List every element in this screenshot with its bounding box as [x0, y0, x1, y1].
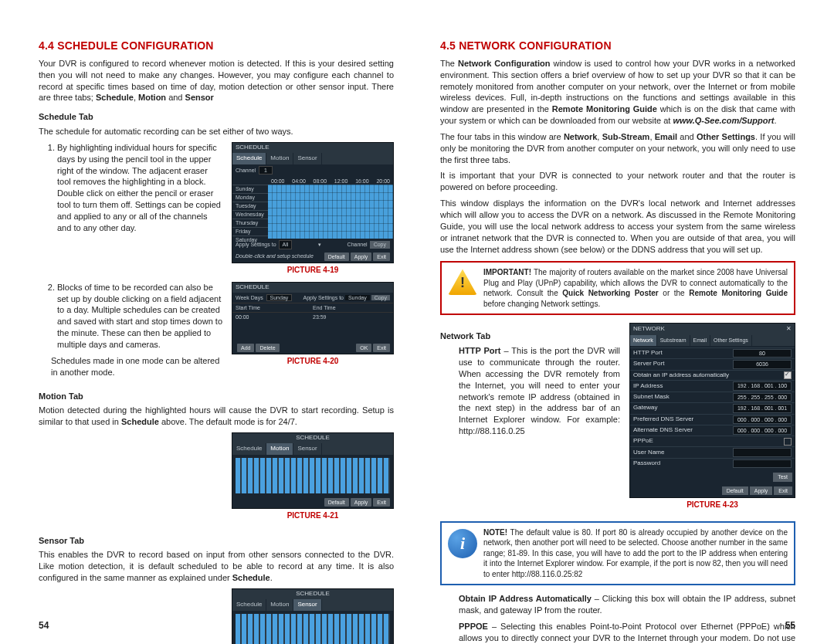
- screenshot-4-21: SCHEDULE Schedule Motion Sensor DefaultA…: [232, 432, 394, 509]
- network-p4: This window displays the information on …: [440, 198, 795, 255]
- page-number-right: 55: [785, 619, 795, 632]
- schedule-intro: The schedule for automatic recording can…: [39, 126, 394, 137]
- ss19-title: SCHEDULE: [232, 143, 393, 153]
- motion-tab-heading: Motion Tab: [39, 391, 394, 402]
- schedule-note: Schedules made in one mode can be altere…: [51, 355, 222, 378]
- schedule-item-1: By highlighting individual hours for spe…: [57, 142, 222, 234]
- motion-paragraph: Motion detected during the highlighted h…: [39, 405, 394, 428]
- intro-sensor: Sensor: [185, 93, 214, 102]
- important-callout: IMPORTANT! The majority of routers avail…: [440, 261, 795, 315]
- checkbox-icon: [784, 371, 792, 379]
- network-p1: The Network Configuration window is used…: [440, 58, 795, 127]
- intro-motion: Motion: [138, 93, 166, 102]
- caption-4-21: PICTURE 4-21: [232, 510, 394, 521]
- warning-icon: [448, 269, 477, 295]
- network-tab-heading: Network Tab: [440, 330, 620, 342]
- page-right: 4.5 NETWORK CONFIGURATION The Network Co…: [417, 0, 834, 644]
- section-heading-schedule: 4.4 SCHEDULE CONFIGURATION: [39, 39, 394, 53]
- screenshot-4-19: SCHEDULE Schedule Motion Sensor Channel …: [232, 142, 394, 263]
- intro-schedule: Schedule: [96, 93, 134, 102]
- note-callout: i NOTE! The default value is 80. If port…: [440, 521, 795, 586]
- schedule-item-2: Blocks of time to be recorded can also b…: [57, 282, 222, 351]
- intro-text: Your DVR is configured to record wheneve…: [39, 59, 394, 103]
- ss19-tab-sensor: Sensor: [293, 153, 321, 164]
- important-lead: IMPORTANT!: [483, 268, 531, 276]
- http-port-paragraph: HTTP Port – This is the port the DVR wil…: [440, 345, 620, 437]
- note-lead: NOTE!: [483, 528, 507, 537]
- caption-4-20: PICTURE 4-20: [232, 356, 394, 367]
- info-icon: i: [448, 529, 477, 558]
- page-left: 4.4 SCHEDULE CONFIGURATION Your DVR is c…: [0, 0, 417, 644]
- network-p3: It is important that your DVR is connect…: [440, 170, 795, 193]
- close-icon: ✕: [786, 325, 792, 334]
- screenshot-4-20: SCHEDULE Week Days Sunday Apply Settings…: [232, 282, 394, 355]
- network-p2: The four tabs in this window are Network…: [440, 131, 795, 166]
- pppoe-paragraph: PPPOE – Selecting this enables Point-to-…: [440, 621, 795, 644]
- obtain-ip-paragraph: Obtain IP Address Automatically – Clicki…: [440, 593, 795, 616]
- intro-paragraph: Your DVR is configured to record wheneve…: [39, 58, 394, 103]
- page-number-left: 54: [39, 619, 49, 632]
- caption-4-19: PICTURE 4-19: [232, 265, 394, 276]
- sensor-paragraph: This enables the DVR to record based on …: [39, 549, 394, 584]
- screenshot-4-23: NETWORK✕ Network Substream Email Other S…: [629, 323, 795, 498]
- ss19-tab-schedule: Schedule: [232, 153, 266, 164]
- sensor-tab-heading: Sensor Tab: [39, 535, 394, 547]
- schedule-tab-heading: Schedule Tab: [39, 111, 394, 123]
- ss19-tab-motion: Motion: [266, 153, 293, 164]
- section-heading-network: 4.5 NETWORK CONFIGURATION: [440, 39, 795, 53]
- caption-4-23: PICTURE 4-23: [629, 500, 795, 510]
- screenshot-4-22: SCHEDULE Schedule Motion Sensor DefaultA…: [232, 588, 394, 644]
